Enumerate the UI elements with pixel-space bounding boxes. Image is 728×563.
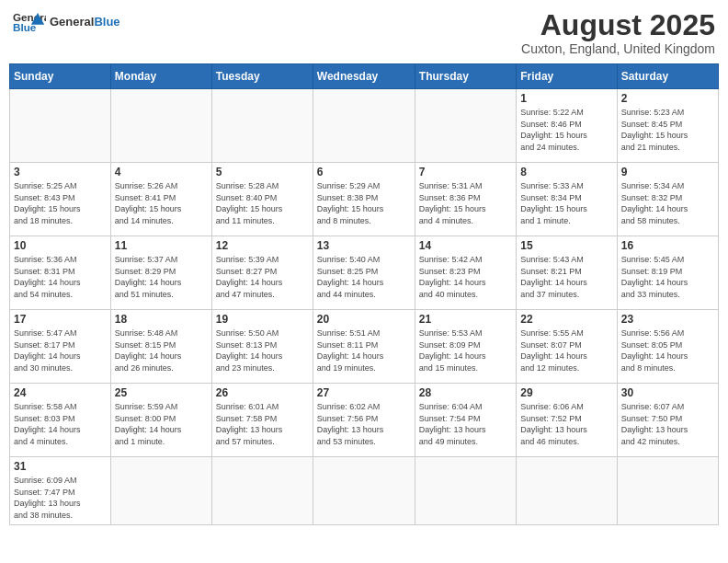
day-info: Sunrise: 5:56 AM Sunset: 8:05 PM Dayligh… — [621, 327, 714, 373]
calendar-cell: 2Sunrise: 5:23 AM Sunset: 8:45 PM Daylig… — [617, 89, 718, 163]
calendar-cell: 19Sunrise: 5:50 AM Sunset: 8:13 PM Dayli… — [211, 310, 313, 384]
calendar-table: SundayMondayTuesdayWednesdayThursdayFrid… — [9, 63, 719, 524]
day-number: 23 — [621, 313, 714, 326]
day-info: Sunrise: 5:33 AM Sunset: 8:34 PM Dayligh… — [520, 180, 612, 226]
day-info: Sunrise: 5:48 AM Sunset: 8:15 PM Dayligh… — [115, 327, 208, 373]
calendar-cell: 4Sunrise: 5:26 AM Sunset: 8:41 PM Daylig… — [110, 163, 211, 236]
day-number: 26 — [216, 386, 309, 399]
day-info: Sunrise: 5:28 AM Sunset: 8:40 PM Dayligh… — [216, 180, 309, 226]
day-info: Sunrise: 5:39 AM Sunset: 8:27 PM Dayligh… — [216, 254, 309, 300]
day-info: Sunrise: 5:59 AM Sunset: 8:00 PM Dayligh… — [115, 401, 208, 447]
day-info: Sunrise: 5:23 AM Sunset: 8:45 PM Dayligh… — [621, 107, 714, 153]
calendar-cell — [10, 89, 111, 163]
day-number: 9 — [621, 166, 714, 178]
weekday-header-monday: Monday — [110, 64, 211, 89]
day-number: 8 — [520, 166, 612, 178]
day-info: Sunrise: 5:29 AM Sunset: 8:38 PM Dayligh… — [317, 180, 411, 226]
day-number: 29 — [520, 386, 612, 399]
day-number: 10 — [14, 239, 107, 252]
day-number: 15 — [520, 239, 612, 252]
title-area: August 2025 Cuxton, England, United King… — [521, 9, 715, 56]
day-info: Sunrise: 6:04 AM Sunset: 7:54 PM Dayligh… — [419, 401, 512, 447]
calendar-cell: 3Sunrise: 5:25 AM Sunset: 8:43 PM Daylig… — [10, 163, 111, 236]
calendar-cell: 23Sunrise: 5:56 AM Sunset: 8:05 PM Dayli… — [617, 310, 718, 384]
calendar-cell: 31Sunrise: 6:09 AM Sunset: 7:47 PM Dayli… — [10, 457, 111, 524]
day-number: 16 — [621, 239, 714, 252]
day-info: Sunrise: 5:37 AM Sunset: 8:29 PM Dayligh… — [115, 254, 208, 300]
day-info: Sunrise: 5:36 AM Sunset: 8:31 PM Dayligh… — [14, 254, 107, 300]
day-number: 4 — [115, 166, 208, 178]
day-number: 1 — [520, 92, 612, 105]
calendar-cell: 8Sunrise: 5:33 AM Sunset: 8:34 PM Daylig… — [517, 163, 617, 236]
day-info: Sunrise: 6:06 AM Sunset: 7:52 PM Dayligh… — [520, 401, 612, 447]
day-info: Sunrise: 5:51 AM Sunset: 8:11 PM Dayligh… — [317, 327, 411, 373]
calendar-cell: 25Sunrise: 5:59 AM Sunset: 8:00 PM Dayli… — [110, 384, 211, 457]
day-number: 30 — [621, 386, 714, 399]
day-number: 27 — [317, 386, 411, 399]
weekday-header-saturday: Saturday — [617, 64, 718, 89]
header: General Blue GeneralBlue August 2025 Cux… — [9, 9, 719, 56]
weekday-header-tuesday: Tuesday — [211, 64, 313, 89]
day-info: Sunrise: 5:25 AM Sunset: 8:43 PM Dayligh… — [14, 180, 107, 226]
day-info: Sunrise: 5:40 AM Sunset: 8:25 PM Dayligh… — [317, 254, 411, 300]
day-info: Sunrise: 6:07 AM Sunset: 7:50 PM Dayligh… — [621, 401, 714, 447]
calendar-title: August 2025 — [521, 9, 715, 41]
calendar-cell: 5Sunrise: 5:28 AM Sunset: 8:40 PM Daylig… — [211, 163, 313, 236]
calendar-cell: 13Sunrise: 5:40 AM Sunset: 8:25 PM Dayli… — [313, 236, 415, 310]
logo: General Blue GeneralBlue — [13, 9, 120, 35]
calendar-cell: 11Sunrise: 5:37 AM Sunset: 8:29 PM Dayli… — [110, 236, 211, 310]
day-number: 14 — [419, 239, 512, 252]
day-info: Sunrise: 5:42 AM Sunset: 8:23 PM Dayligh… — [419, 254, 512, 300]
weekday-header-sunday: Sunday — [10, 64, 111, 89]
day-info: Sunrise: 6:09 AM Sunset: 7:47 PM Dayligh… — [14, 475, 107, 521]
calendar-cell — [415, 89, 516, 163]
day-number: 31 — [14, 460, 107, 473]
calendar-cell: 16Sunrise: 5:45 AM Sunset: 8:19 PM Dayli… — [617, 236, 718, 310]
day-number: 5 — [216, 166, 309, 178]
day-number: 25 — [115, 386, 208, 399]
calendar-cell: 28Sunrise: 6:04 AM Sunset: 7:54 PM Dayli… — [415, 384, 516, 457]
day-info: Sunrise: 5:58 AM Sunset: 8:03 PM Dayligh… — [14, 401, 107, 447]
day-info: Sunrise: 5:47 AM Sunset: 8:17 PM Dayligh… — [14, 327, 107, 373]
day-info: Sunrise: 5:34 AM Sunset: 8:32 PM Dayligh… — [621, 180, 714, 226]
day-number: 2 — [621, 92, 714, 105]
day-info: Sunrise: 5:53 AM Sunset: 8:09 PM Dayligh… — [419, 327, 512, 373]
day-info: Sunrise: 5:45 AM Sunset: 8:19 PM Dayligh… — [621, 254, 714, 300]
day-info: Sunrise: 5:26 AM Sunset: 8:41 PM Dayligh… — [115, 180, 208, 226]
day-number: 6 — [317, 166, 411, 178]
calendar-cell: 30Sunrise: 6:07 AM Sunset: 7:50 PM Dayli… — [617, 384, 718, 457]
calendar-cell — [415, 457, 516, 524]
calendar-cell: 26Sunrise: 6:01 AM Sunset: 7:58 PM Dayli… — [211, 384, 313, 457]
weekday-header-thursday: Thursday — [415, 64, 516, 89]
calendar-cell — [211, 457, 313, 524]
calendar-cell — [517, 457, 617, 524]
calendar-cell — [313, 457, 415, 524]
day-number: 18 — [115, 313, 208, 326]
calendar-cell: 12Sunrise: 5:39 AM Sunset: 8:27 PM Dayli… — [211, 236, 313, 310]
day-number: 28 — [419, 386, 512, 399]
calendar-cell — [313, 89, 415, 163]
calendar-cell: 22Sunrise: 5:55 AM Sunset: 8:07 PM Dayli… — [517, 310, 617, 384]
calendar-cell: 10Sunrise: 5:36 AM Sunset: 8:31 PM Dayli… — [10, 236, 111, 310]
calendar-cell — [110, 89, 211, 163]
calendar-cell: 17Sunrise: 5:47 AM Sunset: 8:17 PM Dayli… — [10, 310, 111, 384]
day-info: Sunrise: 5:55 AM Sunset: 8:07 PM Dayligh… — [520, 327, 612, 373]
calendar-cell: 24Sunrise: 5:58 AM Sunset: 8:03 PM Dayli… — [10, 384, 111, 457]
calendar-cell: 9Sunrise: 5:34 AM Sunset: 8:32 PM Daylig… — [617, 163, 718, 236]
weekday-header-friday: Friday — [517, 64, 617, 89]
day-info: Sunrise: 5:22 AM Sunset: 8:46 PM Dayligh… — [520, 107, 612, 153]
day-info: Sunrise: 6:01 AM Sunset: 7:58 PM Dayligh… — [216, 401, 309, 447]
calendar-cell: 1Sunrise: 5:22 AM Sunset: 8:46 PM Daylig… — [517, 89, 617, 163]
day-info: Sunrise: 5:31 AM Sunset: 8:36 PM Dayligh… — [419, 180, 512, 226]
calendar-cell: 20Sunrise: 5:51 AM Sunset: 8:11 PM Dayli… — [313, 310, 415, 384]
calendar-cell: 6Sunrise: 5:29 AM Sunset: 8:38 PM Daylig… — [313, 163, 415, 236]
day-info: Sunrise: 6:02 AM Sunset: 7:56 PM Dayligh… — [317, 401, 411, 447]
day-number: 13 — [317, 239, 411, 252]
calendar-cell — [110, 457, 211, 524]
weekday-header-wednesday: Wednesday — [313, 64, 415, 89]
day-number: 20 — [317, 313, 411, 326]
day-number: 19 — [216, 313, 309, 326]
calendar-cell — [211, 89, 313, 163]
calendar-cell: 7Sunrise: 5:31 AM Sunset: 8:36 PM Daylig… — [415, 163, 516, 236]
logo-general: General — [50, 15, 94, 29]
